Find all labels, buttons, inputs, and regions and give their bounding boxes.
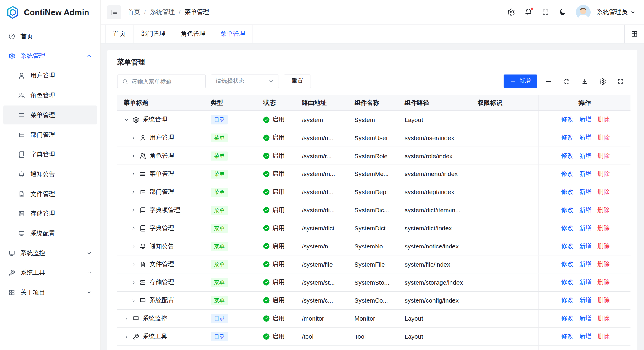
column-settings-button[interactable]	[596, 74, 610, 88]
notifications-button[interactable]	[524, 8, 532, 16]
chevron-right-icon[interactable]	[131, 280, 136, 285]
sidebar-item-home[interactable]: 首页	[3, 27, 97, 46]
breadcrumb-item[interactable]: 首页	[128, 8, 140, 16]
edit-link[interactable]: 修改	[561, 278, 573, 286]
add-link[interactable]: 新增	[579, 188, 591, 196]
edit-link[interactable]: 修改	[561, 206, 573, 214]
add-link[interactable]: 新增	[579, 134, 591, 142]
refresh-button[interactable]	[559, 74, 573, 88]
edit-link[interactable]: 修改	[561, 170, 573, 178]
chevron-right-icon[interactable]	[131, 226, 136, 231]
tab-menu[interactable]: 菜单管理	[213, 25, 253, 43]
delete-link[interactable]: 删除	[597, 152, 610, 160]
edit-link[interactable]: 修改	[561, 332, 573, 340]
delete-link[interactable]: 删除	[597, 134, 610, 142]
add-link[interactable]: 新增	[579, 297, 591, 304]
chevron-right-icon[interactable]	[131, 298, 136, 303]
edit-link[interactable]: 修改	[561, 134, 573, 142]
main-area: 首页/系统管理/菜单管理	[101, 0, 644, 350]
delete-link[interactable]: 删除	[597, 170, 610, 178]
delete-link[interactable]: 删除	[597, 188, 610, 196]
add-link[interactable]: 新增	[579, 278, 591, 286]
sidebar-collapse-button[interactable]	[107, 5, 121, 19]
chevron-down-icon	[86, 270, 92, 275]
delete-link[interactable]: 删除	[597, 315, 610, 322]
add-link[interactable]: 新增	[579, 152, 591, 160]
permission-cell	[471, 129, 539, 146]
edit-link[interactable]: 修改	[561, 297, 573, 304]
sidebar-item-menu[interactable]: 菜单管理	[3, 106, 97, 125]
dark-mode-button[interactable]	[558, 8, 566, 16]
edit-link[interactable]: 修改	[561, 188, 573, 196]
add-link[interactable]: 新增	[579, 170, 591, 178]
add-link[interactable]: 新增	[579, 332, 591, 340]
status-select[interactable]: 请选择状态	[211, 74, 279, 88]
tab-home[interactable]: 首页	[106, 25, 134, 43]
edit-link[interactable]: 修改	[561, 224, 573, 232]
delete-link[interactable]: 删除	[597, 224, 610, 232]
sidebar-item-notice[interactable]: 通知公告	[3, 165, 97, 184]
batch-list-button[interactable]	[541, 74, 555, 88]
operations-cell: 修改新增删除	[538, 328, 630, 345]
tab-role[interactable]: 角色管理	[173, 25, 213, 43]
chevron-right-icon[interactable]	[131, 208, 136, 213]
sidebar-item-about[interactable]: 关于项目	[3, 283, 97, 302]
add-link[interactable]: 新增	[579, 260, 591, 268]
operations-cell: 修改新增删除	[538, 292, 630, 309]
table-row: 系统配置菜单启用/system/c...SystemCo...system/co…	[117, 292, 630, 310]
delete-link[interactable]: 删除	[597, 278, 610, 286]
chevron-right-icon[interactable]	[131, 189, 136, 194]
fullscreen-button[interactable]	[542, 8, 549, 16]
logo[interactable]: ContiNew Admin	[0, 0, 100, 25]
edit-link[interactable]: 修改	[561, 152, 573, 160]
delete-link[interactable]: 删除	[597, 116, 610, 123]
table-fullscreen-button[interactable]	[614, 74, 628, 88]
chevron-right-icon[interactable]	[131, 135, 136, 140]
avatar[interactable]	[576, 5, 591, 20]
add-button[interactable]: 新增	[504, 74, 537, 88]
add-link[interactable]: 新增	[579, 242, 591, 250]
sidebar-item-config[interactable]: 系统配置	[3, 224, 97, 243]
search-field[interactable]	[132, 78, 201, 85]
delete-link[interactable]: 删除	[597, 297, 610, 304]
chevron-right-icon[interactable]	[131, 172, 136, 177]
menu-title-cell: 角色管理	[117, 147, 204, 164]
sidebar-item-storage[interactable]: 存储管理	[3, 204, 97, 223]
edit-link[interactable]: 修改	[561, 242, 573, 250]
sidebar-item-user[interactable]: 用户管理	[3, 66, 97, 85]
edit-link[interactable]: 修改	[561, 116, 573, 123]
operations-cell: 修改新增删除	[538, 201, 630, 219]
chevron-right-icon[interactable]	[131, 262, 136, 267]
export-button[interactable]	[577, 74, 591, 88]
sidebar-item-system[interactable]: 系统管理	[3, 46, 97, 65]
edit-link[interactable]: 修改	[561, 260, 573, 268]
reset-button[interactable]: 重置	[284, 74, 311, 88]
delete-link[interactable]: 删除	[597, 332, 610, 340]
delete-link[interactable]: 删除	[597, 206, 610, 214]
settings-button[interactable]	[507, 8, 515, 16]
chevron-right-icon[interactable]	[131, 244, 136, 249]
sidebar-item-monitor[interactable]: 系统监控	[3, 243, 97, 262]
user-menu[interactable]: 系统管理员	[597, 8, 636, 16]
chevron-right-icon[interactable]	[131, 153, 136, 159]
add-link[interactable]: 新增	[579, 224, 591, 232]
edit-link[interactable]: 修改	[561, 315, 573, 322]
sidebar-item-tool[interactable]: 系统工具	[3, 263, 97, 282]
chevron-right-icon[interactable]	[124, 316, 129, 321]
operations-cell: 修改新增删除	[538, 165, 630, 183]
breadcrumb-item[interactable]: 系统管理	[150, 8, 175, 16]
tab-dept[interactable]: 部门管理	[134, 25, 173, 43]
sidebar-item-role[interactable]: 角色管理	[3, 86, 97, 105]
tab-actions-button[interactable]	[624, 25, 644, 43]
sidebar-item-file[interactable]: 文件管理	[3, 184, 97, 203]
add-link[interactable]: 新增	[579, 206, 591, 214]
sidebar-item-dept[interactable]: 部门管理	[3, 125, 97, 144]
chevron-right-icon[interactable]	[124, 334, 129, 339]
search-input[interactable]	[117, 74, 206, 88]
add-link[interactable]: 新增	[579, 315, 591, 322]
delete-link[interactable]: 删除	[597, 260, 610, 268]
add-link[interactable]: 新增	[579, 116, 591, 123]
chevron-down-icon[interactable]	[124, 117, 129, 122]
sidebar-item-dict[interactable]: 字典管理	[3, 145, 97, 164]
delete-link[interactable]: 删除	[597, 242, 610, 250]
